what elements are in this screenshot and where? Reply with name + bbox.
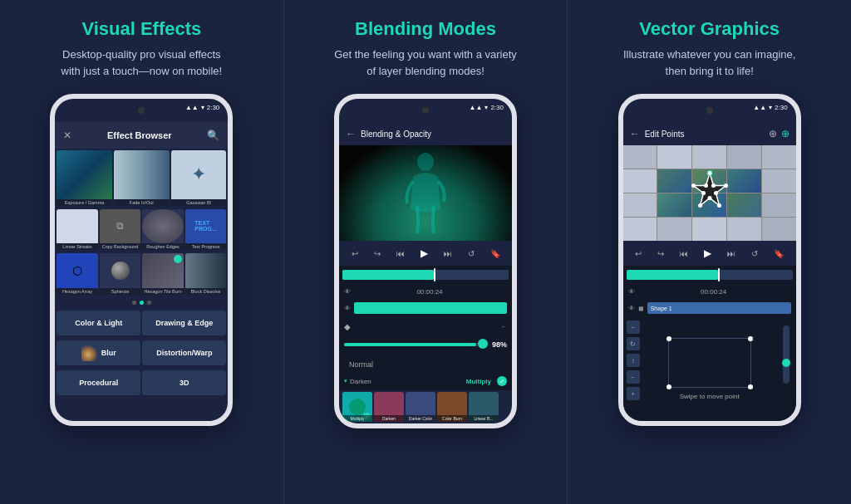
close-icon[interactable]: ✕: [63, 130, 71, 141]
diamond-icon[interactable]: ◆: [344, 322, 351, 331]
phone-body-1: ✕ Effect Browser 🔍 Exposure / Gamma Fade…: [55, 122, 228, 421]
blend-thumb-color-burn[interactable]: Color Burn: [437, 392, 467, 422]
blend-thumb-multiply[interactable]: ✓ Multiply: [342, 392, 372, 422]
vector-timeline-area[interactable]: [623, 266, 796, 284]
play-icon-v[interactable]: ▶: [704, 247, 711, 259]
blend-title: Blending & Opacity: [361, 130, 431, 139]
blend-thumb-label-linear: Linear B...: [469, 415, 499, 422]
effect-cell-hexarray[interactable]: ⬡ Hexagon Array: [57, 253, 98, 295]
effect-cell-text[interactable]: TEXTPROG... Text Progress: [185, 209, 227, 251]
phone-blending: ▲▲ ▾ 2:30 ← Blending & Opacity: [334, 94, 517, 428]
tool-rotate[interactable]: ↻: [627, 337, 640, 350]
effect-cell-block[interactable]: Block Dissolve: [185, 253, 227, 295]
skip-end-icon-v[interactable]: ⏭: [727, 249, 735, 258]
effect-label-fade: Fade In/Out: [114, 199, 170, 206]
vector-canvas[interactable]: [623, 145, 796, 241]
category-grid: Color & Light Drawing & Edge: [55, 309, 228, 337]
vector-controls: ↩ ↪ ⏮ ▶ ⏭ ↺ 🔖: [623, 241, 796, 266]
layer-track-bar[interactable]: [354, 302, 507, 314]
vector-point-area: ← ↻ ↕ − + Swipe to move point: [623, 317, 796, 421]
timeline-filled: [342, 270, 434, 280]
opacity-slider[interactable]: [344, 343, 488, 346]
back-icon[interactable]: ←: [346, 128, 356, 139]
category-drawing-edge[interactable]: Drawing & Edge: [142, 311, 226, 335]
tool-plus[interactable]: +: [627, 387, 640, 400]
effect-cell-exposure[interactable]: Exposure / Gamma: [57, 150, 112, 206]
opacity-value: 98%: [492, 340, 507, 349]
category-3d[interactable]: 3D: [142, 370, 226, 395]
shape-track-bar[interactable]: Shape 1: [647, 302, 791, 314]
vector-timeline-cursor: [718, 268, 720, 281]
undo-icon-v[interactable]: ↩: [635, 249, 642, 258]
vector-title: Edit Points: [645, 130, 685, 139]
add-icon[interactable]: ⊕: [781, 128, 790, 139]
category-procedural[interactable]: Procedural: [57, 370, 140, 395]
effect-cell-roughen[interactable]: Roughen Edges: [142, 209, 184, 251]
tool-flip[interactable]: ↕: [627, 354, 640, 367]
skip-end-icon[interactable]: ⏭: [444, 249, 452, 258]
svg-point-11: [704, 183, 708, 188]
blend-thumb-darken[interactable]: Darken: [374, 392, 404, 422]
point-br[interactable]: [748, 384, 753, 389]
opacity-row: 98%: [339, 335, 512, 354]
eye-icon-v[interactable]: 👁: [628, 288, 635, 296]
point-bl[interactable]: [667, 384, 671, 389]
loop-icon[interactable]: ↺: [468, 249, 475, 258]
skip-start-icon[interactable]: ⏮: [396, 249, 405, 258]
tool-minus[interactable]: −: [627, 370, 640, 384]
effect-cell-gaussian[interactable]: ✦ Gaussian Bl: [171, 150, 227, 206]
vector-time-label: 00:00:24: [701, 288, 726, 296]
loop-icon-v[interactable]: ↺: [751, 249, 758, 258]
effect-cell-copy[interactable]: ⧉ Copy Background: [100, 209, 141, 251]
timeline-area[interactable]: [339, 266, 512, 284]
phone-vector: ▲▲ ▾ 2:30 ← Edit Points ⊕ ⊕: [618, 94, 801, 426]
phone-visual-effects: ▲▲ ▾ 2:30 ✕ Effect Browser 🔍 Exposure / …: [50, 94, 233, 426]
eye-icon[interactable]: 👁: [344, 288, 351, 296]
effect-label-block: Block Dissolve: [185, 288, 227, 295]
category-blur[interactable]: Blur: [57, 340, 140, 365]
blend-thumb-darker-color[interactable]: Darker Color: [406, 392, 435, 422]
category-grid-3: Procedural 3D: [55, 369, 228, 397]
left-arrow-icon[interactable]: ←: [500, 323, 507, 330]
category-color-light[interactable]: Color & Light: [57, 311, 140, 335]
triangle-icon[interactable]: ▾: [344, 378, 347, 384]
effect-cell-spherize[interactable]: Spherize: [100, 253, 141, 295]
phone-camera-3: [706, 107, 713, 114]
section-blending-modes: Blending Modes Get the feeling you want …: [284, 0, 568, 504]
bookmark-icon-v[interactable]: 🔖: [774, 249, 784, 258]
effect-cell-fade[interactable]: Fade In/Out: [114, 150, 170, 206]
effect-label-hextile: Hexagon Tile Burn: [142, 288, 184, 295]
svg-point-5: [714, 191, 718, 195]
shape-lock-icon[interactable]: ◼: [638, 305, 644, 312]
svg-point-3: [711, 183, 716, 188]
section-title-vector: Vector Graphics: [639, 18, 780, 40]
bookmark-icon[interactable]: 🔖: [490, 249, 500, 258]
tool-arrow[interactable]: ←: [627, 321, 640, 334]
effect-grid-row2: Linear Streaks ⧉ Copy Background Roughen…: [55, 208, 228, 252]
svg-point-4: [724, 183, 728, 188]
wifi-icon: ▾: [201, 104, 204, 111]
time-label: 00:00:24: [416, 288, 442, 296]
point-tr[interactable]: [748, 336, 753, 341]
time-display-3: 2:30: [775, 104, 788, 111]
search-icon[interactable]: 🔍: [207, 130, 219, 141]
undo-icon[interactable]: ↩: [352, 249, 358, 258]
skip-start-icon-v[interactable]: ⏮: [680, 249, 688, 258]
effect-browser-header: ✕ Effect Browser 🔍: [55, 122, 228, 149]
vertical-slider[interactable]: [783, 325, 790, 384]
layer-eye-icon[interactable]: 👁: [344, 305, 351, 312]
shape-eye-icon[interactable]: 👁: [628, 305, 635, 312]
category-distortion[interactable]: Distortion/Warp: [142, 340, 226, 365]
arrange-icon[interactable]: ⊕: [769, 128, 777, 139]
play-icon[interactable]: ▶: [421, 247, 428, 259]
blend-thumb-linear-burn[interactable]: Linear B...: [469, 392, 499, 422]
phone-camera-1: [138, 107, 145, 114]
point-tl[interactable]: [667, 336, 671, 341]
svg-marker-1: [693, 173, 726, 205]
effect-cell-linear[interactable]: Linear Streaks: [57, 209, 98, 251]
effect-cell-hextile[interactable]: Hexagon Tile Burn: [142, 253, 184, 295]
redo-icon-v[interactable]: ↪: [657, 249, 664, 258]
back-icon-vector[interactable]: ←: [630, 128, 640, 139]
redo-icon[interactable]: ↪: [374, 249, 381, 258]
effect-browser-title: Effect Browser: [107, 130, 172, 140]
